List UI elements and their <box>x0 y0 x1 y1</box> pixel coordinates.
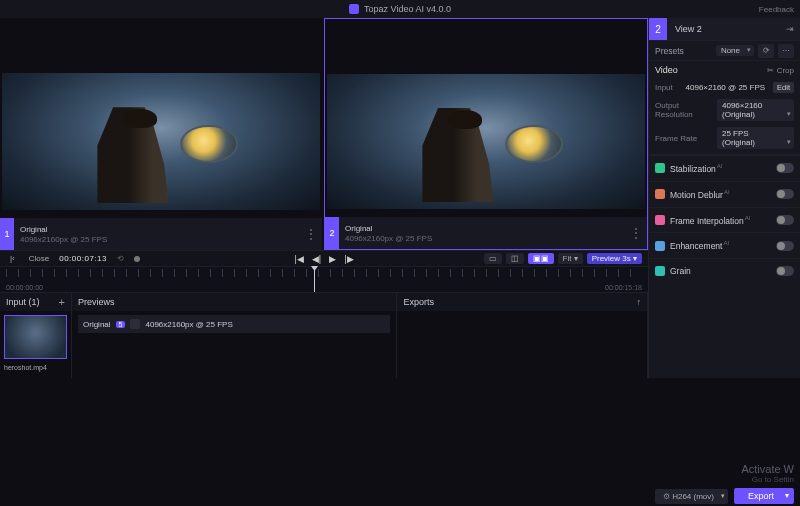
toggle-label: StabilizationAI <box>670 163 776 174</box>
toggle-switch[interactable] <box>776 266 794 276</box>
toggle-switch[interactable] <box>776 241 794 251</box>
loop-icon[interactable]: ⟲ <box>113 253 128 264</box>
input-res-value: 4096×2160 @ 25 FPS <box>686 83 766 92</box>
viewport-1-meta: 4096x2160px @ 25 FPS <box>20 235 107 244</box>
toggle-row-frame-interpolation: Frame InterpolationAI <box>649 207 800 233</box>
timecode: 00:00:07:13 <box>59 254 107 263</box>
viewport-2[interactable]: 2 Original 4096x2160px @ 25 FPS ⋮ <box>324 18 648 250</box>
viewport-1-menu-icon[interactable]: ⋮ <box>305 227 316 241</box>
close-button[interactable]: Close <box>25 253 53 264</box>
preview-status-icon <box>130 319 140 329</box>
input-thumbnail[interactable] <box>4 315 67 359</box>
previews-title: Previews <box>78 297 115 307</box>
preview-row[interactable]: Original 5 4096x2160px @ 25 FPS <box>78 315 390 333</box>
feedback-link[interactable]: Feedback <box>759 5 794 14</box>
preview-badge: 5 <box>116 321 126 328</box>
preview-row-meta: 4096x2160px @ 25 FPS <box>145 320 232 329</box>
input-edit-button[interactable]: Edit <box>773 82 794 93</box>
viewport-1[interactable]: 1 Original 4096x2160px @ 25 FPS ⋮ <box>0 18 322 250</box>
input-panel-title: Input (1) <box>6 297 40 307</box>
viewport-2-label: Original <box>345 224 432 233</box>
transport-bar: |‹ Close 00:00:07:13 ⟲ |◀ ◀| ▶ |▶ ▭ ◫ ▣▣… <box>0 250 648 266</box>
input-filename: heroshot.mp4 <box>0 363 71 372</box>
toggle-row-stabilization: StabilizationAI <box>649 155 800 181</box>
toggle-row-grain: Grain <box>649 258 800 283</box>
crop-button[interactable]: ✂ Crop <box>767 66 794 75</box>
watermark: Activate W Go to Settin <box>741 463 794 484</box>
expand-icon[interactable]: ⇥ <box>780 24 800 34</box>
toggle-label: Grain <box>670 266 776 276</box>
toggle-row-motion-deblur: Motion DeblurAI <box>649 181 800 207</box>
input-res-label: Input <box>655 83 682 92</box>
input-panel: Input (1) + heroshot.mp4 <box>0 293 72 378</box>
view-mode-split[interactable]: ◫ <box>506 253 524 264</box>
toggle-switch[interactable] <box>776 163 794 173</box>
video-section-title: Video <box>655 65 678 75</box>
toggle-icon <box>655 163 665 173</box>
app-title: Topaz Video AI v4.0.0 <box>364 4 451 14</box>
toggle-row-enhancement: EnhancementAI <box>649 232 800 258</box>
toggle-label: EnhancementAI <box>670 240 776 251</box>
step-back-icon[interactable]: ◀| <box>312 254 321 264</box>
view-mode-single[interactable]: ▭ <box>484 253 502 264</box>
record-marker-icon[interactable] <box>134 256 140 262</box>
viewport-2-image <box>327 74 645 209</box>
presets-label: Presets <box>655 46 716 56</box>
toggle-switch[interactable] <box>776 215 794 225</box>
viewport-1-badge: 1 <box>0 218 14 250</box>
timeline-start: 00:00:00:00 <box>6 284 43 291</box>
sidebar-title: View 2 <box>667 24 780 34</box>
presets-more-icon[interactable]: ⋯ <box>778 44 794 58</box>
output-res-label: Output Resolution <box>655 101 713 119</box>
toggle-icon <box>655 189 665 199</box>
preview-row-label: Original <box>83 320 111 329</box>
framerate-select[interactable]: 25 FPS (Original) <box>717 127 794 149</box>
timeline-end: 00:00:15:18 <box>605 284 642 291</box>
export-codec-select[interactable]: H264 (mov) <box>655 489 728 504</box>
presets-refresh-icon[interactable]: ⟳ <box>758 44 774 58</box>
preview-button[interactable]: Preview 3s ▾ <box>587 253 642 264</box>
viewport-2-meta: 4096x2160px @ 25 FPS <box>345 234 432 243</box>
viewport-2-badge: 2 <box>325 217 339 249</box>
zoom-fit[interactable]: Fit ▾ <box>558 253 583 264</box>
toggle-switch[interactable] <box>776 189 794 199</box>
previews-panel: Previews Original 5 4096x2160px @ 25 FPS <box>72 293 397 378</box>
playhead[interactable] <box>314 267 315 292</box>
output-res-select[interactable]: 4096×2160 (Original) <box>717 99 794 121</box>
viewport-1-label: Original <box>20 225 107 234</box>
viewer-area: 1 Original 4096x2160px @ 25 FPS ⋮ 2 Orig… <box>0 18 648 378</box>
viewport-2-menu-icon[interactable]: ⋮ <box>630 226 641 240</box>
exports-title: Exports <box>403 297 434 307</box>
step-forward-icon[interactable]: |▶ <box>344 254 353 264</box>
timeline[interactable]: 00:00:00:00 00:00:15:18 <box>0 266 648 292</box>
view-mode-dual[interactable]: ▣▣ <box>528 253 554 264</box>
presets-select[interactable]: None <box>716 45 754 56</box>
toggle-icon <box>655 241 665 251</box>
toggle-icon <box>655 266 665 276</box>
export-button[interactable]: Export <box>734 488 794 504</box>
exports-sort-icon[interactable]: ↑ <box>637 297 642 307</box>
skip-back-icon[interactable]: |◀ <box>294 254 303 264</box>
toggle-label: Frame InterpolationAI <box>670 215 776 226</box>
titlebar: Topaz Video AI v4.0.0 Feedback <box>0 0 800 18</box>
framerate-label: Frame Rate <box>655 134 713 143</box>
sidebar-view-badge: 2 <box>649 18 667 40</box>
exports-panel: Exports ↑ <box>397 293 648 378</box>
trim-in-icon[interactable]: |‹ <box>6 253 19 264</box>
viewport-1-image <box>2 73 320 210</box>
sidebar: 2 View 2 ⇥ Presets None ⟳ ⋯ Video ✂ Crop… <box>648 18 800 378</box>
play-icon[interactable]: ▶ <box>329 254 336 264</box>
toggle-icon <box>655 215 665 225</box>
toggle-label: Motion DeblurAI <box>670 189 776 200</box>
add-input-icon[interactable]: + <box>59 296 65 308</box>
app-icon <box>349 4 359 14</box>
